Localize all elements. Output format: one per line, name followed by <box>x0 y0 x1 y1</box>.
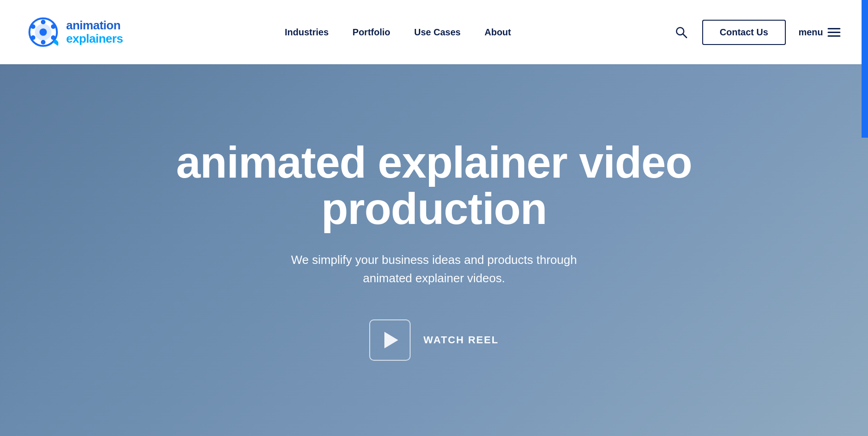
hero-subtitle: We simplify your business ideas and prod… <box>278 251 590 288</box>
hero-title: animated explainer video production <box>158 140 710 232</box>
hero-section: animated explainer video production We s… <box>0 64 868 436</box>
nav-about[interactable]: About <box>485 27 511 38</box>
nav-use-cases[interactable]: Use Cases <box>414 27 461 38</box>
logo-icon <box>28 16 61 49</box>
svg-point-9 <box>676 28 684 35</box>
logo-text: animation explainers <box>66 19 123 45</box>
play-icon <box>384 332 398 348</box>
logo-line2: explainers <box>66 32 123 45</box>
svg-point-5 <box>31 35 35 40</box>
nav-industries[interactable]: Industries <box>285 27 329 38</box>
watch-reel-area[interactable]: WATCH REEL <box>369 319 499 361</box>
search-button[interactable] <box>673 24 689 40</box>
svg-point-7 <box>31 24 35 29</box>
svg-point-3 <box>41 20 45 24</box>
site-header: animation explainers Industries Portfoli… <box>0 0 868 64</box>
svg-line-10 <box>683 34 687 38</box>
search-icon <box>675 26 688 39</box>
contact-us-button[interactable]: Contact Us <box>702 20 786 45</box>
menu-label: menu <box>799 27 823 38</box>
nav-actions: Contact Us menu <box>673 20 840 45</box>
watch-reel-label: WATCH REEL <box>423 334 499 346</box>
svg-point-4 <box>41 40 45 45</box>
svg-point-8 <box>51 24 56 29</box>
logo-link[interactable]: animation explainers <box>28 16 123 49</box>
hamburger-icon <box>828 28 840 37</box>
logo-line1: animation <box>66 19 123 32</box>
main-nav: Industries Portfolio Use Cases About <box>285 27 511 38</box>
play-button[interactable] <box>369 319 411 361</box>
svg-point-2 <box>39 28 47 36</box>
scrollbar-accent <box>862 0 868 138</box>
svg-point-6 <box>51 35 56 40</box>
menu-button[interactable]: menu <box>799 27 840 38</box>
nav-portfolio[interactable]: Portfolio <box>353 27 390 38</box>
